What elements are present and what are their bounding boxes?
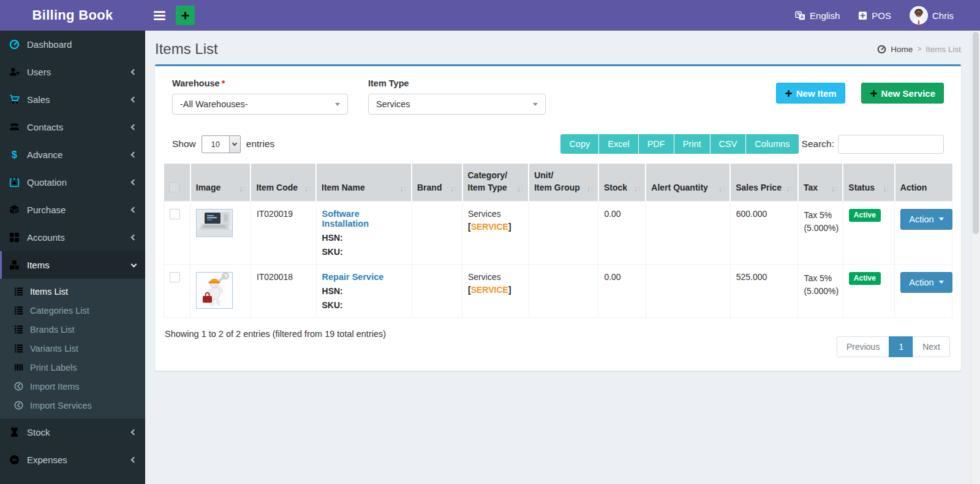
sidebar-item-sales[interactable]: Sales [0, 86, 145, 113]
sidebar-item-quotation[interactable]: Quotation [0, 168, 145, 196]
csv-button[interactable]: CSV [710, 134, 747, 154]
column-header-unit[interactable]: Unit/ Item Group [529, 164, 598, 201]
sidebar-item-label: Contacts [27, 122, 63, 132]
item-code-cell: IT020018 [251, 264, 316, 317]
warehouse-select[interactable]: -All Warehouses- [172, 94, 348, 115]
items-list-panel: Warehouse* -All Warehouses- Item Type Se… [155, 64, 961, 371]
column-header-stock[interactable]: Stock [598, 164, 646, 201]
sidebar-item-purchase[interactable]: Purchase [0, 196, 145, 224]
page-length-select[interactable]: 10 [202, 135, 241, 153]
sales-price-cell: 600.000 [730, 201, 798, 264]
new-service-button[interactable]: New Service [861, 83, 944, 104]
caret-down-icon [939, 217, 944, 221]
sort-icon[interactable] [239, 185, 246, 194]
sidebar-item-label: Users [27, 67, 51, 77]
plus-square-icon [858, 11, 867, 20]
sort-icon[interactable] [400, 185, 407, 194]
copy-button[interactable]: Copy [560, 134, 599, 154]
sort-icon[interactable] [831, 185, 838, 194]
sidebar-toggle-button[interactable] [145, 0, 173, 31]
sidebar-item-advance[interactable]: Advance [0, 141, 145, 168]
column-header-category[interactable]: Category/ Item Type [462, 164, 529, 201]
search-label: Search: [802, 138, 834, 149]
row-checkbox[interactable] [170, 272, 180, 282]
vertical-scrollbar[interactable] [971, 31, 980, 484]
item-type-select[interactable]: Services [368, 94, 546, 115]
item-name-link[interactable]: Software Installation [322, 209, 406, 229]
row-checkbox[interactable] [170, 209, 180, 219]
sidebar-item-categories-list[interactable]: Categories List [0, 301, 145, 320]
sidebar-item-import-items[interactable]: Import Items [0, 377, 145, 396]
sidebar-item-expenses[interactable]: Expenses [0, 446, 145, 474]
plus-icon [870, 89, 878, 97]
column-header-alert-quantity[interactable]: Alert Quantity [646, 164, 730, 201]
item-image-laptop[interactable] [196, 209, 233, 237]
item-code-cell: IT020019 [251, 201, 316, 264]
item-type-selected-value: Services [376, 99, 410, 109]
user-menu[interactable]: Chris [900, 0, 963, 31]
column-header-item-name[interactable]: Item Name [316, 164, 412, 201]
column-header-status[interactable]: Status [843, 164, 895, 201]
language-menu[interactable]: English [786, 0, 849, 31]
new-item-button[interactable]: New Item [776, 83, 845, 104]
sidebar-item-contacts[interactable]: Contacts [0, 113, 145, 141]
sidebar-item-import-services[interactable]: Import Services [0, 396, 145, 415]
next-page-button[interactable]: Next [913, 336, 950, 357]
print-button[interactable]: Print [674, 134, 710, 154]
sidebar-item-label: Quotation [27, 177, 67, 187]
sidebar-item-print-labels[interactable]: Print Labels [0, 358, 145, 377]
pos-button[interactable]: POS [849, 0, 900, 31]
caret-down-icon [533, 103, 538, 106]
page-length-value: 10 [202, 136, 229, 153]
column-header-brand[interactable]: Brand [412, 164, 462, 201]
previous-page-button[interactable]: Previous [837, 336, 889, 357]
item-image-repair[interactable] [196, 272, 233, 309]
sidebar-item-items[interactable]: Items [0, 251, 145, 279]
sort-icon[interactable] [450, 185, 457, 194]
sort-icon[interactable] [586, 185, 593, 194]
app-logo[interactable]: Billing Book [0, 0, 145, 31]
sort-icon[interactable] [517, 185, 524, 194]
search-input[interactable] [838, 135, 944, 154]
contacts-icon [9, 122, 20, 132]
sort-icon[interactable] [883, 185, 889, 194]
home-dashboard-icon [877, 45, 886, 54]
sort-icon[interactable] [304, 185, 311, 194]
action-button[interactable]: Action [900, 209, 952, 230]
sort-icon[interactable] [786, 185, 793, 194]
item-type-badge: SERVICE [471, 285, 508, 295]
excel-button[interactable]: Excel [599, 134, 638, 154]
breadcrumb-home[interactable]: Home [891, 45, 913, 54]
scrollbar-thumb[interactable] [973, 32, 979, 234]
submenu-item-label: Variants List [30, 344, 78, 354]
sidebar-item-brands-list[interactable]: Brands List [0, 320, 145, 339]
import-icon [14, 401, 23, 410]
columns-button[interactable]: Columns [746, 134, 798, 154]
column-header-sales-price[interactable]: Sales Price [730, 164, 798, 201]
cubes-icon [9, 260, 20, 270]
item-name-link[interactable]: Repair Service [322, 272, 406, 282]
sidebar-item-variants-list[interactable]: Variants List [0, 339, 145, 358]
chevron-left-icon [131, 235, 137, 241]
sidebar-item-accounts[interactable]: Accounts [0, 224, 145, 251]
page-1-button[interactable]: 1 [889, 336, 913, 357]
column-header-item-code[interactable]: Item Code [251, 164, 316, 201]
sidebar-item-label: Dashboard [27, 39, 72, 50]
action-button[interactable]: Action [900, 272, 952, 293]
pdf-button[interactable]: PDF [639, 134, 674, 154]
sidebar-item-label: Advance [27, 149, 62, 160]
sidebar-item-items-list[interactable]: Items List [0, 282, 145, 301]
sidebar-item-users[interactable]: Users [0, 58, 145, 86]
sidebar-item-stock[interactable]: Stock [0, 418, 145, 446]
sidebar-item-dashboard[interactable]: Dashboard [0, 31, 145, 58]
sort-icon[interactable] [718, 185, 725, 194]
column-header-tax[interactable]: Tax [798, 164, 843, 201]
quick-add-button[interactable] [176, 6, 195, 25]
sort-icon[interactable] [634, 185, 641, 194]
page-title: Items List [155, 40, 218, 58]
item-type-badge: SERVICE [471, 222, 508, 232]
sales-price-cell: 525.000 [730, 264, 798, 317]
chevron-left-icon [131, 180, 137, 186]
column-header-image[interactable]: Image [190, 164, 251, 201]
select-all-checkbox[interactable] [169, 182, 179, 192]
